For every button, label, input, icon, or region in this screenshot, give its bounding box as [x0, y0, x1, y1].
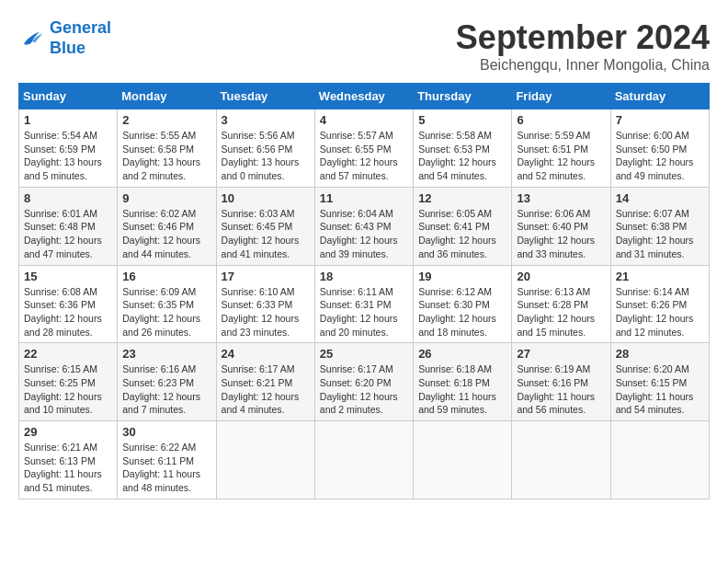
calendar-day-cell: 25Sunrise: 6:17 AM Sunset: 6:20 PM Dayli… [314, 343, 413, 421]
weekday-header: Sunday [19, 84, 118, 109]
calendar-day-cell: 23Sunrise: 6:16 AM Sunset: 6:23 PM Dayli… [118, 343, 216, 421]
calendar-day-cell: 22Sunrise: 6:15 AM Sunset: 6:25 PM Dayli… [19, 343, 118, 421]
day-info: Sunrise: 6:09 AM Sunset: 6:35 PM Dayligh… [122, 285, 210, 339]
calendar-day-cell [512, 421, 610, 500]
calendar-day-cell: 30Sunrise: 6:22 AM Sunset: 6:11 PM Dayli… [118, 421, 216, 500]
calendar-day-cell: 28Sunrise: 6:20 AM Sunset: 6:15 PM Dayli… [610, 343, 709, 421]
day-info: Sunrise: 6:13 AM Sunset: 6:28 PM Dayligh… [517, 285, 605, 339]
day-number: 7 [616, 113, 704, 127]
day-number: 13 [517, 191, 605, 205]
day-number: 16 [122, 270, 210, 283]
calendar-day-cell: 15Sunrise: 6:08 AM Sunset: 6:36 PM Dayli… [19, 265, 118, 343]
calendar-day-cell: 21Sunrise: 6:14 AM Sunset: 6:26 PM Dayli… [610, 265, 709, 343]
day-info: Sunrise: 6:06 AM Sunset: 6:40 PM Dayligh… [517, 207, 605, 261]
day-info: Sunrise: 6:15 AM Sunset: 6:25 PM Dayligh… [24, 362, 112, 417]
day-number: 22 [24, 347, 112, 361]
day-number: 3 [222, 113, 310, 127]
day-info: Sunrise: 6:22 AM Sunset: 6:11 PM Dayligh… [122, 441, 210, 495]
calendar-day-cell: 26Sunrise: 6:18 AM Sunset: 6:18 PM Dayli… [414, 343, 512, 421]
day-info: Sunrise: 6:10 AM Sunset: 6:33 PM Dayligh… [222, 285, 310, 339]
calendar-day-cell [610, 421, 709, 500]
day-info: Sunrise: 5:55 AM Sunset: 6:58 PM Dayligh… [122, 129, 210, 183]
day-info: Sunrise: 6:11 AM Sunset: 6:31 PM Dayligh… [320, 285, 408, 339]
day-info: Sunrise: 6:18 AM Sunset: 6:18 PM Dayligh… [418, 362, 506, 417]
location-subtitle: Beichengqu, Inner Mongolia, China [456, 57, 710, 74]
calendar-day-cell: 7Sunrise: 6:00 AM Sunset: 6:50 PM Daylig… [610, 109, 709, 188]
calendar-day-cell: 11Sunrise: 6:04 AM Sunset: 6:43 PM Dayli… [314, 187, 413, 265]
day-info: Sunrise: 5:56 AM Sunset: 6:56 PM Dayligh… [222, 129, 310, 183]
calendar-week-row: 15Sunrise: 6:08 AM Sunset: 6:36 PM Dayli… [19, 265, 710, 343]
calendar-day-cell: 16Sunrise: 6:09 AM Sunset: 6:35 PM Dayli… [118, 265, 216, 343]
weekday-header: Saturday [610, 84, 709, 109]
day-number: 15 [24, 270, 112, 283]
day-info: Sunrise: 6:01 AM Sunset: 6:48 PM Dayligh… [24, 207, 112, 261]
calendar-day-cell: 3Sunrise: 5:56 AM Sunset: 6:56 PM Daylig… [216, 109, 314, 188]
calendar-day-cell: 20Sunrise: 6:13 AM Sunset: 6:28 PM Dayli… [512, 265, 610, 343]
calendar-day-cell: 10Sunrise: 6:03 AM Sunset: 6:45 PM Dayli… [216, 187, 314, 265]
day-number: 12 [418, 191, 506, 205]
logo-text: General Blue [50, 18, 111, 58]
calendar-day-cell: 8Sunrise: 6:01 AM Sunset: 6:48 PM Daylig… [19, 187, 118, 265]
day-info: Sunrise: 5:54 AM Sunset: 6:59 PM Dayligh… [24, 129, 112, 183]
day-number: 21 [616, 270, 704, 283]
day-number: 2 [122, 113, 210, 127]
logo-icon [18, 25, 46, 52]
day-number: 28 [616, 347, 704, 361]
day-info: Sunrise: 6:19 AM Sunset: 6:16 PM Dayligh… [517, 362, 605, 417]
day-info: Sunrise: 6:02 AM Sunset: 6:46 PM Dayligh… [122, 207, 210, 261]
day-number: 19 [418, 270, 506, 283]
day-number: 1 [24, 113, 112, 127]
day-number: 8 [24, 191, 112, 205]
day-info: Sunrise: 6:08 AM Sunset: 6:36 PM Dayligh… [24, 285, 112, 339]
weekday-header: Thursday [414, 84, 512, 109]
day-info: Sunrise: 6:00 AM Sunset: 6:50 PM Dayligh… [616, 129, 704, 183]
weekday-header: Tuesday [216, 84, 314, 109]
page-header: General Blue September 2024 Beichengqu, … [18, 18, 710, 74]
calendar-day-cell: 13Sunrise: 6:06 AM Sunset: 6:40 PM Dayli… [512, 187, 610, 265]
day-info: Sunrise: 6:14 AM Sunset: 6:26 PM Dayligh… [616, 285, 704, 339]
calendar-week-row: 22Sunrise: 6:15 AM Sunset: 6:25 PM Dayli… [19, 343, 710, 421]
day-info: Sunrise: 5:58 AM Sunset: 6:53 PM Dayligh… [418, 129, 506, 183]
calendar-day-cell: 29Sunrise: 6:21 AM Sunset: 6:13 PM Dayli… [19, 421, 118, 500]
day-number: 4 [320, 113, 408, 127]
calendar-header-row: SundayMondayTuesdayWednesdayThursdayFrid… [19, 84, 710, 109]
calendar-day-cell [414, 421, 512, 500]
day-info: Sunrise: 5:57 AM Sunset: 6:55 PM Dayligh… [320, 129, 408, 183]
day-number: 10 [222, 191, 310, 205]
day-number: 18 [320, 270, 408, 283]
day-info: Sunrise: 6:16 AM Sunset: 6:23 PM Dayligh… [122, 362, 210, 417]
logo: General Blue [18, 18, 111, 58]
day-info: Sunrise: 5:59 AM Sunset: 6:51 PM Dayligh… [517, 129, 605, 183]
calendar-week-row: 1Sunrise: 5:54 AM Sunset: 6:59 PM Daylig… [19, 109, 710, 188]
day-number: 26 [418, 347, 506, 361]
day-info: Sunrise: 6:17 AM Sunset: 6:21 PM Dayligh… [222, 362, 310, 417]
day-number: 30 [122, 425, 210, 439]
day-number: 11 [320, 191, 408, 205]
title-block: September 2024 Beichengqu, Inner Mongoli… [456, 18, 710, 74]
weekday-header: Wednesday [314, 84, 413, 109]
calendar-day-cell: 19Sunrise: 6:12 AM Sunset: 6:30 PM Dayli… [414, 265, 512, 343]
calendar-day-cell [314, 421, 413, 500]
calendar-day-cell: 9Sunrise: 6:02 AM Sunset: 6:46 PM Daylig… [118, 187, 216, 265]
day-info: Sunrise: 6:20 AM Sunset: 6:15 PM Dayligh… [616, 362, 704, 417]
calendar-day-cell [216, 421, 314, 500]
day-info: Sunrise: 6:04 AM Sunset: 6:43 PM Dayligh… [320, 207, 408, 261]
day-info: Sunrise: 6:05 AM Sunset: 6:41 PM Dayligh… [418, 207, 506, 261]
calendar-day-cell: 17Sunrise: 6:10 AM Sunset: 6:33 PM Dayli… [216, 265, 314, 343]
calendar-day-cell: 24Sunrise: 6:17 AM Sunset: 6:21 PM Dayli… [216, 343, 314, 421]
day-number: 14 [616, 191, 704, 205]
calendar-day-cell: 6Sunrise: 5:59 AM Sunset: 6:51 PM Daylig… [512, 109, 610, 188]
day-info: Sunrise: 6:21 AM Sunset: 6:13 PM Dayligh… [24, 441, 112, 495]
weekday-header: Friday [512, 84, 610, 109]
calendar-day-cell: 27Sunrise: 6:19 AM Sunset: 6:16 PM Dayli… [512, 343, 610, 421]
day-number: 25 [320, 347, 408, 361]
day-number: 23 [122, 347, 210, 361]
day-number: 5 [418, 113, 506, 127]
day-number: 24 [222, 347, 310, 361]
day-info: Sunrise: 6:03 AM Sunset: 6:45 PM Dayligh… [222, 207, 310, 261]
day-number: 6 [517, 113, 605, 127]
calendar-day-cell: 2Sunrise: 5:55 AM Sunset: 6:58 PM Daylig… [118, 109, 216, 188]
calendar-table: SundayMondayTuesdayWednesdayThursdayFrid… [18, 83, 710, 500]
day-info: Sunrise: 6:12 AM Sunset: 6:30 PM Dayligh… [418, 285, 506, 339]
weekday-header: Monday [118, 84, 216, 109]
